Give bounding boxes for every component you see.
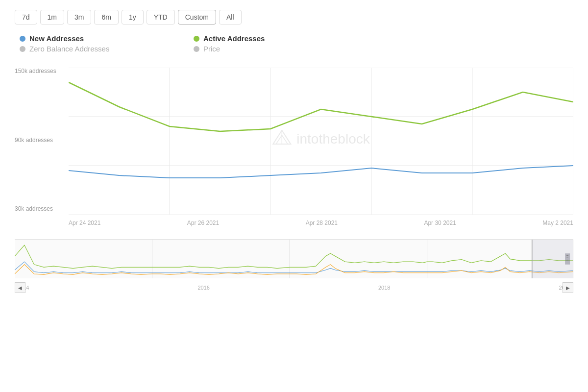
x-label-1: Apr 24 2021 (69, 220, 100, 226)
x-label-3: Apr 28 2021 (306, 220, 338, 226)
time-btn-1m[interactable]: 1m (40, 10, 64, 24)
chart-svg-wrapper[interactable]: intotheblock (69, 68, 573, 215)
navigator-svg (15, 240, 573, 278)
legend-price[interactable]: Price (194, 45, 358, 53)
time-btn-6m[interactable]: 6m (94, 10, 118, 24)
legend-new-addresses[interactable]: New Addresses (20, 34, 184, 43)
x-label-4: Apr 30 2021 (424, 220, 456, 226)
legend-zero-balance[interactable]: Zero Balance Addresses (20, 45, 184, 53)
time-range-selector: 7d 1m 3m 6m 1y YTD Custom All (15, 10, 573, 24)
y-axis: 150k addresses 90k addresses 30k address… (15, 68, 69, 215)
active-addresses-line (69, 82, 573, 131)
time-btn-custom[interactable]: Custom (178, 10, 216, 24)
y-label-bot: 30k addresses (15, 205, 69, 212)
navigator-arrow-right[interactable]: ▶ (563, 282, 573, 293)
y-label-mid: 90k addresses (15, 137, 69, 144)
navigator-arrow-left[interactable]: ◀ (15, 282, 25, 293)
time-btn-1y[interactable]: 1y (122, 10, 144, 24)
legend-label-active-addresses: Active Addresses (203, 34, 265, 43)
legend-dot-zero-balance (20, 46, 25, 52)
navigator-svg-wrapper[interactable] (15, 240, 573, 278)
watermark: intotheblock (272, 129, 369, 149)
legend-dot-active-addresses (194, 36, 199, 42)
y-label-top: 150k addresses (15, 68, 69, 74)
time-btn-all[interactable]: All (219, 10, 242, 24)
nav-x-label-2: 2016 (198, 285, 210, 291)
x-label-5: May 2 2021 (542, 220, 573, 226)
time-btn-3m[interactable]: 3m (67, 10, 91, 24)
time-btn-ytd[interactable]: YTD (147, 10, 175, 24)
x-label-2: Apr 26 2021 (187, 220, 219, 226)
svg-rect-19 (565, 253, 570, 265)
watermark-text: intotheblock (296, 131, 369, 147)
main-container: 7d 1m 3m 6m 1y YTD Custom All New Addres… (0, 0, 588, 392)
main-chart-area: 150k addresses 90k addresses 30k address… (15, 68, 573, 234)
legend-label-zero-balance: Zero Balance Addresses (29, 45, 109, 53)
legend-active-addresses[interactable]: Active Addresses (194, 34, 358, 43)
new-addresses-line (69, 166, 573, 178)
navigator-x-axis: 2014 2016 2018 2020 (15, 285, 573, 291)
time-btn-7d[interactable]: 7d (15, 10, 37, 24)
legend-label-price: Price (203, 45, 220, 53)
legend-label-new-addresses: New Addresses (29, 34, 84, 43)
chart-legend: New Addresses Active Addresses Zero Bala… (15, 34, 358, 53)
legend-dot-new-addresses (20, 36, 25, 42)
legend-dot-price (194, 46, 199, 52)
navigator-area[interactable]: 2014 2016 2018 2020 ◀ ▶ (15, 239, 573, 293)
nav-x-label-3: 2018 (378, 285, 390, 291)
x-axis: Apr 24 2021 Apr 26 2021 Apr 28 2021 Apr … (69, 217, 573, 234)
